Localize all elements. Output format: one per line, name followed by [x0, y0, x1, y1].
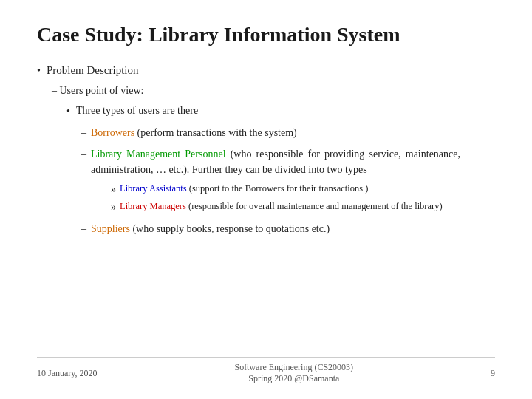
slide-footer: 10 January, 2020 Software Engineering (C… [37, 357, 495, 384]
borrowers-dash: – [81, 125, 86, 140]
footer-center: Software Engineering (CS20003) Spring 20… [234, 362, 353, 384]
three-types-section: • Three types of users are there – Borro… [66, 103, 495, 236]
suppliers-rest: (who supply books, response to quotation… [130, 223, 330, 234]
users-section: – Users point of view: • Three types of … [52, 83, 495, 236]
la-label: Library Assistants [120, 183, 187, 194]
lmp-label: Library Management Personnel [91, 149, 226, 160]
lmp-item: – Library Management Personnel (who resp… [81, 146, 495, 177]
lmp-text: Library Management Personnel (who respon… [91, 146, 460, 177]
lm-marker: » [111, 200, 116, 215]
footer-center-line2: Spring 2020 @DSamanta [248, 373, 339, 383]
suppliers-label: Suppliers [91, 223, 130, 234]
borrowers-rest: (perform transactions with the system) [134, 127, 297, 138]
slide-content: • Problem Description – Users point of v… [37, 62, 495, 357]
lm-rest: (responsible for overall maintenance and… [186, 201, 443, 211]
problem-description-label: Problem Description [47, 62, 139, 79]
slide: Case Study: Library Information System •… [0, 0, 532, 399]
lm-text: Library Managers (responsible for overal… [120, 200, 443, 214]
lmp-subitems: » Library Assistants (support to the Bor… [111, 182, 495, 215]
users-heading-item: – Users point of view: [52, 83, 495, 98]
three-types-text: Three types of users are there [76, 103, 198, 118]
borrowers-item: – Borrowers (perform transactions with t… [81, 125, 495, 140]
suppliers-text: Suppliers (who supply books, response to… [91, 221, 330, 236]
users-heading: – Users point of view: [52, 83, 143, 98]
footer-left: 10 January, 2020 [37, 368, 98, 379]
problem-description-item: • Problem Description [37, 62, 495, 79]
borrowers-section: – Borrowers (perform transactions with t… [81, 125, 495, 236]
lmp-dash: – [81, 146, 86, 162]
three-types-marker: • [66, 103, 70, 119]
three-types-item: • Three types of users are there [66, 103, 495, 119]
bullet-marker-l1: • [37, 63, 41, 78]
lm-item: » Library Managers (responsible for over… [111, 200, 495, 215]
title-prefix: Case Study: [37, 23, 149, 46]
la-item: » Library Assistants (support to the Bor… [111, 182, 495, 197]
title-main: Library Information System [149, 23, 400, 46]
borrowers-text: Borrowers (perform transactions with the… [91, 125, 297, 140]
slide-title: Case Study: Library Information System [37, 22, 495, 47]
la-rest: (support to the Borrowers for their tran… [187, 183, 369, 194]
la-marker: » [111, 182, 116, 197]
suppliers-item: – Suppliers (who supply books, response … [81, 221, 495, 236]
suppliers-dash: – [81, 221, 86, 236]
footer-center-line1: Software Engineering (CS20003) [234, 362, 353, 372]
la-text: Library Assistants (support to the Borro… [120, 182, 368, 196]
lm-label: Library Managers [120, 201, 186, 211]
footer-right: 9 [491, 368, 495, 379]
borrowers-label: Borrowers [91, 127, 134, 138]
